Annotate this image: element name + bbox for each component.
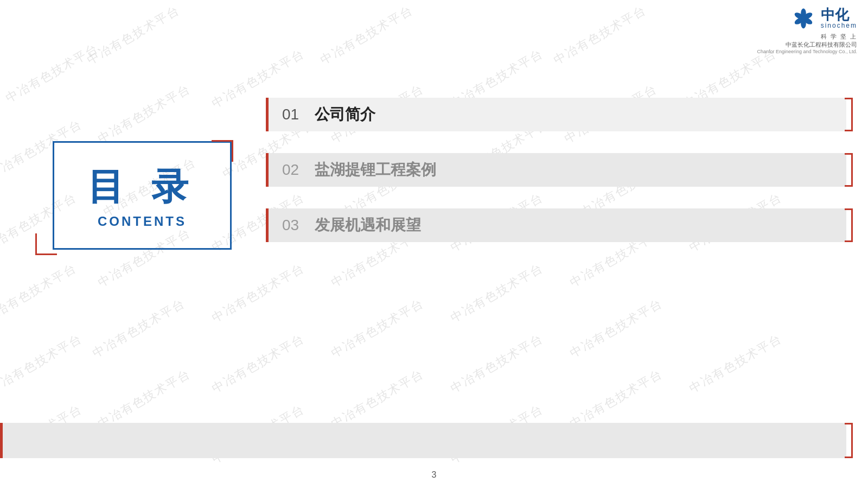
page-number: 3 [432,470,437,480]
menu-item-2-number: 02 [282,161,304,179]
bottom-bar-accent [0,423,3,458]
menu-item-1-accent [266,98,269,131]
logo-area: 中化 sinochem 科 学 坚 上 中蓝长化工程科技有限公司 Chanfor… [757,5,857,54]
title-bracket-bottom-left [35,233,57,255]
title-bracket-top-right [212,140,233,162]
menu-item-1-text: 公司简介 [315,104,375,125]
menu-items-container: 01 公司简介 02 盐湖提锂工程案例 03 发展机遇和展望 [266,98,846,242]
logo-company: 中蓝长化工程科技有限公司 [786,41,857,49]
logo-top: 中化 sinochem [790,5,857,31]
logo-en-text: sinochem [821,22,857,29]
menu-item-2[interactable]: 02 盐湖提锂工程案例 [266,153,846,187]
sinochem-logo-icon [790,5,816,31]
menu-item-3-number: 03 [282,217,304,234]
svg-point-6 [801,16,806,21]
main-content: 目 录 CONTENTS 01 公司简介 02 盐湖提锂工程案例 03 发展机遇… [0,0,868,488]
menu-item-1[interactable]: 01 公司简介 [266,98,846,131]
logo-tagline: 科 学 坚 上 [821,33,857,41]
menu-item-3[interactable]: 03 发展机遇和展望 [266,208,846,242]
logo-brand-text: 中化 [821,8,849,22]
title-sub-text: CONTENTS [98,214,187,229]
menu-item-3-text: 发展机遇和展望 [315,215,421,236]
menu-item-3-accent [266,208,269,242]
menu-item-1-number: 01 [282,106,304,123]
logo-text-block: 中化 sinochem [821,8,857,29]
title-main-text: 目 录 [87,162,197,212]
logo-company-en: Chanfor Engineering and Technology Co., … [757,49,857,54]
title-box: 目 录 CONTENTS [53,141,232,250]
menu-item-2-accent [266,153,269,187]
menu-item-2-text: 盐湖提锂工程案例 [315,160,436,180]
bottom-bar [0,423,846,458]
